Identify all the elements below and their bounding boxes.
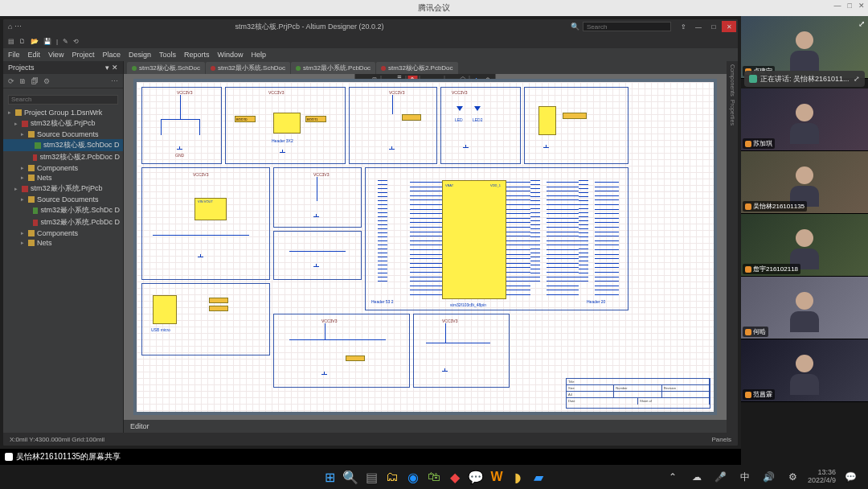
altium-close-icon[interactable]: ✕ bbox=[722, 21, 736, 32]
tb-app2-icon[interactable]: W bbox=[488, 468, 506, 486]
tb-store-icon[interactable]: 🛍 bbox=[425, 468, 443, 486]
altium-search-input[interactable] bbox=[583, 22, 671, 31]
ic-regulator bbox=[273, 113, 301, 134]
participant-tile[interactable]: 吴怡林216101135 bbox=[741, 151, 868, 214]
tree-node[interactable]: ▸Components bbox=[3, 228, 123, 238]
tb-wechat-icon[interactable]: 💬 bbox=[467, 468, 485, 486]
altium-share-icon[interactable]: ⇪ bbox=[676, 21, 690, 32]
projects-panel-title: Projects bbox=[8, 64, 35, 72]
speaking-banner: 正在讲话: 吴怡林2161011...⤢ bbox=[744, 71, 865, 87]
led-icon bbox=[474, 106, 481, 111]
gnd-symbol bbox=[177, 146, 183, 151]
meeting-close-icon[interactable]: ✕ bbox=[858, 2, 865, 10]
participant-name: 苏加琪 bbox=[743, 138, 775, 149]
participant-tile[interactable]: ⤢卢建宁 bbox=[741, 16, 868, 79]
title-block: Title SizeNumberRevision A4 DateSheet of bbox=[566, 378, 710, 409]
altium-quick-toolbar: ▤🗋📂💾|✎⟲ bbox=[3, 34, 738, 48]
tree-node[interactable]: stm32最小系统.SchDc D bbox=[3, 204, 123, 216]
altium-title: stm32核心板.PrjPcb - Altium Designer (20.0.… bbox=[51, 22, 567, 32]
banner-expand-icon[interactable]: ⤢ bbox=[854, 75, 860, 83]
tree-node[interactable]: stm32核心板.SchDoc D bbox=[3, 139, 123, 151]
document-tab[interactable]: stm32核心板2.PcbDoc bbox=[376, 62, 457, 74]
screen-share-panel: ⌂ ⋯ stm32核心板.PrjPcb - Altium Designer (2… bbox=[0, 16, 741, 465]
menu-reports[interactable]: Reports bbox=[184, 51, 210, 59]
participant-tile[interactable]: 詹宇216102118 bbox=[741, 214, 868, 277]
right-dock-strip[interactable]: ComponentsProperties bbox=[727, 61, 738, 433]
meeting-minimize-icon[interactable]: — bbox=[834, 2, 841, 10]
tb-search-icon[interactable]: 🔍 bbox=[342, 468, 359, 486]
participant-name: 何晧 bbox=[743, 327, 768, 337]
tray-mic-icon[interactable]: 🎤 bbox=[711, 468, 731, 486]
usb-connector bbox=[153, 295, 177, 324]
expand-icon[interactable]: ⤢ bbox=[858, 19, 865, 28]
schematic-canvas[interactable]: ▼⊞≡≣ ✎ ■■ ▭◯A⊕ bbox=[124, 74, 727, 420]
participant-name: 吴怡林216101135 bbox=[743, 201, 807, 212]
net-label-vcc: VCC3V3 bbox=[177, 90, 192, 95]
menu-view[interactable]: View bbox=[48, 51, 63, 59]
tree-node[interactable]: ▸Nets bbox=[3, 173, 123, 183]
tree-node[interactable]: ▸stm32最小系统.PrjPcb bbox=[3, 183, 123, 195]
menu-edit[interactable]: Edit bbox=[28, 51, 41, 59]
altium-status-bar: X:0mil Y:4300.000mil Grid:100mil Panels bbox=[3, 433, 738, 446]
participant-tile[interactable]: 苏加琪 bbox=[741, 88, 868, 151]
tree-node[interactable]: ▸Components bbox=[3, 163, 123, 173]
menu-design[interactable]: Design bbox=[129, 51, 151, 59]
altium-window: ⌂ ⋯ stm32核心板.PrjPcb - Altium Designer (2… bbox=[3, 19, 738, 446]
tb-edge-icon[interactable]: ◉ bbox=[404, 468, 422, 486]
tree-node[interactable]: ▸Nets bbox=[3, 238, 123, 248]
tree-node[interactable]: stm32最小系统.PcbDc D bbox=[3, 216, 123, 228]
document-tab[interactable]: stm32最小系统.SchDoc bbox=[206, 62, 290, 74]
header-right-2 bbox=[579, 179, 588, 283]
participant-name: 詹宇216102118 bbox=[743, 264, 800, 274]
mic-status-icon bbox=[745, 329, 751, 335]
document-tab[interactable]: stm32最小系统.PcbDoc bbox=[291, 62, 375, 74]
system-clock[interactable]: 13:362022/4/9 bbox=[808, 469, 836, 485]
altium-max-icon[interactable]: □ bbox=[706, 21, 721, 32]
panels-button[interactable]: Panels bbox=[712, 436, 731, 443]
tb-files-icon[interactable]: 🗂 bbox=[383, 468, 401, 486]
participant-tile[interactable]: 何晧 bbox=[741, 277, 868, 339]
menu-window[interactable]: Window bbox=[217, 51, 243, 59]
projects-toolbar: ⟳🗎🗐⚙⋯ bbox=[3, 74, 123, 88]
mic-status-icon bbox=[745, 141, 751, 147]
port-reset bbox=[402, 114, 421, 121]
projects-tree[interactable]: ▸Project Group 1.DsnWrk▸stm32核心板.PrjPcb▸… bbox=[3, 106, 123, 433]
tree-node[interactable]: ▸stm32核心板.PrjPcb bbox=[3, 117, 123, 129]
mic-status-icon bbox=[745, 203, 751, 210]
tray-cloud-icon[interactable]: ☁ bbox=[687, 468, 706, 486]
tb-app3-icon[interactable]: ◗ bbox=[509, 468, 526, 486]
tray-up-icon[interactable]: ⌃ bbox=[663, 468, 682, 486]
tray-vol-icon[interactable]: 🔊 bbox=[760, 468, 779, 486]
header-right-1 bbox=[530, 179, 540, 283]
tree-node[interactable]: ▸Source Documents bbox=[3, 129, 123, 139]
search-icon: 🔍 bbox=[571, 23, 579, 31]
tb-tasks-icon[interactable]: ▤ bbox=[362, 468, 380, 486]
speaking-mic-icon bbox=[749, 75, 757, 83]
port-boot0: BOOT0 bbox=[235, 116, 256, 122]
tray-settings-icon[interactable]: ⚙ bbox=[784, 468, 803, 486]
meeting-maximize-icon[interactable]: □ bbox=[848, 2, 852, 10]
tree-node[interactable]: stm32核心板2.PcbDoc D bbox=[3, 151, 123, 163]
tray-ime-icon[interactable]: 中 bbox=[735, 468, 755, 486]
altium-min-icon[interactable]: — bbox=[691, 21, 706, 32]
menu-project[interactable]: Project bbox=[72, 51, 94, 59]
tb-app1-icon[interactable]: ◆ bbox=[446, 468, 464, 486]
participant-tile[interactable]: 范昌霖 bbox=[741, 339, 868, 402]
projects-panel: Projects▾ ✕ ⟳🗎🗐⚙⋯ ▸Project Group 1.DsnWr… bbox=[3, 61, 124, 433]
menu-place[interactable]: Place bbox=[102, 51, 121, 59]
menu-tools[interactable]: Tools bbox=[159, 51, 176, 59]
tray-notif-icon[interactable]: 💬 bbox=[841, 468, 860, 486]
participants-panel: ⤢卢建宁正在讲话: 吴怡林2161011...⤢苏加琪吴怡林216101135詹… bbox=[741, 16, 868, 465]
tb-home-icon[interactable]: ⊞ bbox=[321, 468, 338, 486]
tb-meeting-icon[interactable]: ▰ bbox=[530, 468, 547, 486]
menu-file[interactable]: File bbox=[8, 51, 20, 59]
meeting-window-title: 腾讯会议 — □ ✕ bbox=[0, 0, 868, 16]
menu-help[interactable]: Help bbox=[251, 51, 266, 59]
tree-node[interactable]: ▸Project Group 1.DsnWrk bbox=[3, 108, 123, 117]
document-tab[interactable]: stm32核心板.SchDoc bbox=[127, 62, 205, 74]
tree-node[interactable]: ▸Source Documents bbox=[3, 195, 123, 204]
projects-search-input[interactable] bbox=[8, 95, 118, 105]
mcu-stm32 bbox=[442, 180, 506, 299]
meeting-title-text: 腾讯会议 bbox=[418, 2, 450, 14]
editor-tab[interactable]: Editor bbox=[130, 422, 149, 430]
